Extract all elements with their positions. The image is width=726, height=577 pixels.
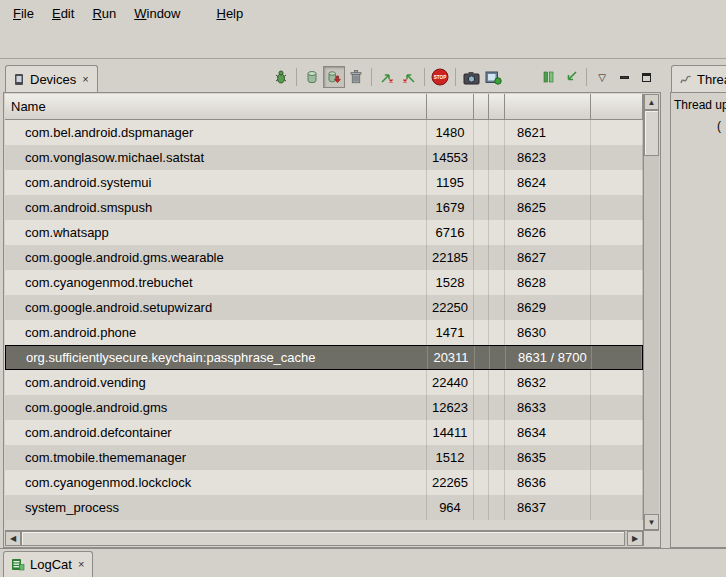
process-pid-cell: 22265: [427, 470, 474, 495]
dump-threads-icon[interactable]: [398, 66, 420, 88]
devices-tab-icon: [13, 73, 25, 86]
process-port-cell: 8625: [505, 195, 591, 220]
empty-cell: [474, 320, 489, 345]
stop-process-icon[interactable]: STOP: [429, 66, 451, 88]
menu-item-file[interactable]: File: [4, 2, 43, 25]
process-name-cell: com.cyanogenmod.lockclock: [5, 470, 427, 495]
menu-item-run[interactable]: Run: [83, 2, 125, 25]
empty-cell: [489, 395, 505, 420]
horizontal-scrollbar[interactable]: ◀ ▶: [5, 530, 643, 546]
threads-tab-label: Threads: [697, 72, 726, 87]
devices-tab-label: Devices: [30, 72, 76, 87]
process-port-cell: 8636: [505, 470, 591, 495]
table-row[interactable]: com.cyanogenmod.trebuchet 1528 8628: [5, 270, 643, 295]
empty-cell: [489, 295, 505, 320]
scroll-down-icon[interactable]: ▼: [644, 514, 659, 530]
devices-panel: Devices ×: [3, 62, 661, 548]
close-icon[interactable]: ×: [81, 74, 89, 85]
panel-sash[interactable]: [661, 62, 670, 548]
empty-cell: [489, 270, 505, 295]
toolbar-separator: [424, 68, 425, 86]
close-icon[interactable]: ×: [77, 559, 85, 570]
table-row[interactable]: system_process 964 8637: [5, 495, 643, 520]
process-port-cell: 8628: [505, 270, 591, 295]
method-profiling-icon[interactable]: [560, 66, 582, 88]
table-row[interactable]: com.google.android.setupwizard 22250 862…: [5, 295, 643, 320]
empty-cell: [591, 420, 643, 445]
devices-table: Name com.bel.android.dspmanager 1480 862…: [3, 92, 661, 548]
column-header-name[interactable]: Name: [5, 94, 427, 120]
table-row[interactable]: com.vonglasow.michael.satstat 14553 8623: [5, 145, 643, 170]
table-row[interactable]: com.android.systemui 1195 8624: [5, 170, 643, 195]
process-name-cell: com.google.android.gms: [5, 395, 427, 420]
column-header-empty[interactable]: [474, 94, 489, 120]
debug-process-icon[interactable]: [270, 66, 292, 88]
view-menu-icon[interactable]: ▽: [591, 66, 613, 88]
horizontal-scroll-thumb[interactable]: [21, 531, 625, 546]
empty-cell: [591, 395, 643, 420]
tab-devices[interactable]: Devices ×: [5, 65, 98, 92]
vertical-scrollbar[interactable]: ▲ ▼: [643, 94, 659, 530]
column-header-pid[interactable]: [427, 94, 474, 120]
tab-threads[interactable]: Threads: [671, 65, 726, 92]
tab-logcat[interactable]: LogCat ×: [3, 551, 93, 577]
cause-gc-icon[interactable]: [345, 66, 367, 88]
process-name-cell: com.tmobile.thememanager: [5, 445, 427, 470]
process-pid-cell: 22440: [427, 370, 474, 395]
dump-hprof-icon[interactable]: [323, 66, 345, 88]
table-row[interactable]: org.sufficientlysecure.keychain:passphra…: [5, 345, 643, 370]
table-row[interactable]: com.whatsapp 6716 8626: [5, 220, 643, 245]
heap-columns-icon[interactable]: [538, 66, 560, 88]
scroll-up-icon[interactable]: ▲: [644, 94, 659, 110]
table-row[interactable]: com.android.smspush 1679 8625: [5, 195, 643, 220]
screen-record-icon[interactable]: [482, 66, 504, 88]
process-pid-cell: 20311: [428, 346, 475, 369]
empty-cell: [474, 370, 489, 395]
process-pid-cell: 22185: [427, 245, 474, 270]
empty-cell: [591, 170, 643, 195]
minimize-icon[interactable]: [613, 66, 635, 88]
process-port-cell: 8624: [505, 170, 591, 195]
process-port-cell: 8630: [505, 320, 591, 345]
menu-item-edit[interactable]: Edit: [43, 2, 83, 25]
menu-item-help[interactable]: Help: [207, 2, 252, 25]
column-header-empty[interactable]: [591, 94, 643, 120]
vertical-scroll-thumb[interactable]: [644, 110, 659, 156]
empty-cell: [489, 320, 505, 345]
empty-cell: [591, 470, 643, 495]
column-header-port[interactable]: [505, 94, 591, 120]
process-pid-cell: 1512: [427, 445, 474, 470]
empty-cell: [591, 295, 643, 320]
scroll-left-icon[interactable]: ◀: [5, 531, 21, 546]
process-pid-cell: 14553: [427, 145, 474, 170]
menu-bar: FileEditRunWindowHelp: [0, 0, 726, 26]
screen-capture-icon[interactable]: [460, 66, 482, 88]
process-pid-cell: 1195: [427, 170, 474, 195]
empty-cell: [474, 220, 489, 245]
toolbar-separator: [455, 68, 456, 86]
table-row[interactable]: com.cyanogenmod.lockclock 22265 8636: [5, 470, 643, 495]
empty-cell: [474, 395, 489, 420]
table-row[interactable]: com.tmobile.thememanager 1512 8635: [5, 445, 643, 470]
table-row[interactable]: com.android.vending 22440 8632: [5, 370, 643, 395]
process-name-cell: org.sufficientlysecure.keychain:passphra…: [6, 346, 428, 369]
table-row[interactable]: com.google.android.gms.wearable 22185 86…: [5, 245, 643, 270]
maximize-icon[interactable]: [635, 66, 657, 88]
empty-cell: [591, 445, 643, 470]
toolbar-separator: [371, 68, 372, 86]
process-name-cell: com.google.android.gms.wearable: [5, 245, 427, 270]
update-threads-icon[interactable]: [376, 66, 398, 88]
empty-cell: [474, 420, 489, 445]
scroll-right-icon[interactable]: ▶: [627, 531, 643, 546]
process-name-cell: system_process: [5, 495, 427, 520]
main-toolbar: [0, 26, 726, 59]
table-row[interactable]: com.bel.android.dspmanager 1480 8621: [5, 120, 643, 145]
column-header-empty[interactable]: [489, 94, 505, 120]
process-name-cell: com.bel.android.dspmanager: [5, 120, 427, 145]
update-heap-icon[interactable]: [301, 66, 323, 88]
empty-cell: [489, 195, 505, 220]
table-row[interactable]: com.android.phone 1471 8630: [5, 320, 643, 345]
menu-item-window[interactable]: Window: [125, 2, 189, 25]
table-row[interactable]: com.google.android.gms 12623 8633: [5, 395, 643, 420]
table-row[interactable]: com.android.defcontainer 14411 8634: [5, 420, 643, 445]
